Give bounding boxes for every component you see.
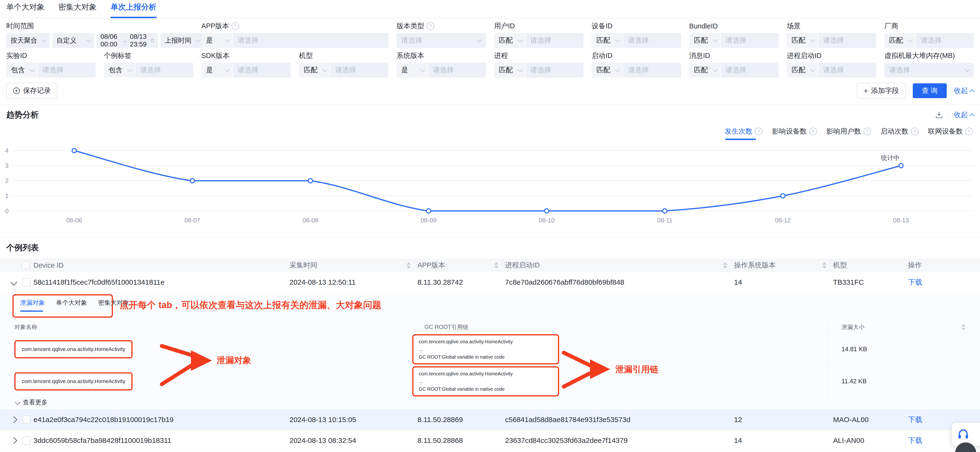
metric-tab[interactable]: 发生次数 ? xyxy=(725,127,762,140)
time-type-select[interactable]: 上报时间 xyxy=(160,33,204,48)
operator-select[interactable]: 是 xyxy=(202,63,232,78)
filter-input[interactable]: 请选择 xyxy=(233,63,291,78)
operator-select[interactable]: 包含 xyxy=(104,63,135,78)
column-header[interactable]: Device ID xyxy=(33,262,290,269)
help-icon[interactable]: ? xyxy=(426,22,434,30)
filter-input[interactable]: 请选择 xyxy=(428,63,486,78)
top-tab[interactable]: 单个大对象 xyxy=(6,2,45,18)
filter-input[interactable]: 请选择 xyxy=(135,63,193,78)
column-header[interactable]: APP版本 xyxy=(417,260,505,270)
help-icon[interactable]: ? xyxy=(232,22,239,30)
operator-select[interactable]: 匹配 xyxy=(787,33,818,48)
operator-select[interactable]: 匹配 xyxy=(494,33,525,48)
filter-input[interactable]: 请选择 xyxy=(233,33,388,48)
operator-select[interactable]: 是 xyxy=(202,33,232,48)
column-header[interactable]: 采集时间 xyxy=(290,260,417,270)
filter-label: BundleID xyxy=(689,22,779,30)
chart-annotation: 统计中 xyxy=(881,154,900,161)
time-agg-select[interactable]: 按天聚合 xyxy=(6,33,50,48)
filter-input[interactable]: 请选择 xyxy=(526,33,584,48)
operator-select[interactable]: 匹配 xyxy=(689,63,721,78)
sort-icon[interactable] xyxy=(723,262,727,268)
filter-select[interactable]: 请选择 xyxy=(396,33,486,48)
operator-select[interactable]: 匹配 xyxy=(689,33,721,48)
table-row[interactable]: 3ddc6059b58cfa7ba98428f1100019b18311 202… xyxy=(0,430,980,451)
filter-input[interactable]: 请选择 xyxy=(818,33,876,48)
operator-select[interactable]: 包含 xyxy=(6,63,37,78)
collapse-trend-link[interactable]: 收起 xyxy=(954,110,974,120)
sort-icon[interactable] xyxy=(961,324,966,331)
filter-input[interactable]: 请选择 xyxy=(623,33,681,48)
operator-select[interactable]: 匹配 xyxy=(299,63,330,78)
chevron-down-icon xyxy=(713,37,718,42)
trend-line-chart[interactable]: 0123408-0608-0708-0808-0908-1008-1108-12… xyxy=(0,142,980,230)
annotation-box-gc-chain: com.tencent.qqlive.ona.activity.HomeActi… xyxy=(412,366,559,396)
metric-tab[interactable]: 启动次数 ? xyxy=(881,127,918,140)
table-row-expanded[interactable]: 58c11418f1f5cec7fc0df65f10001341811e 202… xyxy=(0,272,980,293)
time-mode-select[interactable]: 自定义 xyxy=(52,33,94,48)
row-checkbox[interactable] xyxy=(22,436,30,445)
app-version-cell: 8.11.50.28868 xyxy=(417,436,505,445)
filter-input[interactable]: 请选择 xyxy=(526,63,584,78)
help-icon[interactable]: ? xyxy=(965,128,973,135)
top-tab[interactable]: 单次上报分析 xyxy=(111,2,156,18)
help-icon[interactable]: ? xyxy=(911,128,918,135)
operator-select[interactable]: 匹配 xyxy=(787,63,818,78)
y-tick-label: 1 xyxy=(5,192,9,200)
row-checkbox[interactable] xyxy=(22,278,30,286)
help-icon[interactable]: ? xyxy=(864,128,871,135)
help-icon[interactable]: ? xyxy=(755,128,762,135)
select-all-checkbox[interactable] xyxy=(22,261,30,269)
column-header[interactable]: 操作系统版本 xyxy=(734,260,833,270)
collapse-filters-link[interactable]: 收起 xyxy=(954,86,974,96)
sort-icon[interactable] xyxy=(494,262,498,268)
sort-icon[interactable] xyxy=(407,262,411,268)
save-record-button[interactable]: 保存记录 xyxy=(6,83,57,99)
leak-size-header[interactable]: 泄漏大小 xyxy=(827,321,974,333)
plus-circle-icon xyxy=(13,87,20,94)
filter-input[interactable]: 请选择 xyxy=(331,63,388,78)
operator-select[interactable]: 是 xyxy=(396,63,428,78)
column-header[interactable]: 操作 xyxy=(908,260,980,270)
metric-tab[interactable]: 影响设备数 ? xyxy=(772,127,817,140)
filter-input[interactable]: 请选择 xyxy=(721,63,779,78)
download-icon[interactable] xyxy=(935,111,943,119)
filter-select[interactable]: 请选择 xyxy=(884,63,974,78)
x-tick-label: 08-13 xyxy=(893,217,909,224)
query-button[interactable]: 查 询 xyxy=(913,83,947,98)
operator-select[interactable]: 匹配 xyxy=(592,33,623,48)
row-checkbox[interactable] xyxy=(22,415,30,424)
operator-select[interactable]: 匹配 xyxy=(592,63,623,78)
metric-tab[interactable]: 影响用户数 ? xyxy=(826,127,871,140)
top-tab[interactable]: 密集大对象 xyxy=(58,2,97,18)
filter-input[interactable]: 请选择 xyxy=(721,33,779,48)
collapse-row-icon[interactable] xyxy=(11,279,17,286)
data-point xyxy=(781,194,785,198)
filter-field: 进程 匹配 请选择 xyxy=(494,52,584,78)
view-more-link[interactable]: 查看更多 xyxy=(16,398,48,407)
add-field-button[interactable]: + 添加字段 xyxy=(857,83,905,99)
table-row[interactable]: e41a2e0f3ca794c22c018b19100019c17b19 202… xyxy=(0,409,980,430)
table-row[interactable]: 61eba2a85dbb6f4716ee0873100015b18208 202… xyxy=(0,451,980,452)
date-range-picker[interactable]: 08/06 00:00 → 08/13 23:59 xyxy=(97,33,158,48)
filter-input[interactable]: 请选择 xyxy=(916,33,974,48)
filter-input[interactable]: 请选择 xyxy=(623,63,681,78)
sort-icon[interactable] xyxy=(822,262,826,268)
expand-row-icon[interactable] xyxy=(11,416,17,423)
operator-select[interactable]: 匹配 xyxy=(494,63,525,78)
filter-input[interactable]: 请选择 xyxy=(818,63,876,78)
filter-input[interactable]: 请选择 xyxy=(38,63,96,78)
device-id-cell: 3ddc6059b58cfa7ba98428f1100019b18311 xyxy=(33,436,290,445)
column-header[interactable]: 进程启动ID xyxy=(505,260,734,270)
filter-field: 虚拟机最大堆内存(MB) 请选择 xyxy=(884,52,974,78)
detail-tab[interactable]: 泄漏对象 xyxy=(20,299,45,312)
download-link[interactable]: 下载 xyxy=(908,278,980,287)
help-icon[interactable]: ? xyxy=(809,128,817,135)
expand-row-icon[interactable] xyxy=(11,437,17,444)
filter-field: 厂商 匹配 请选择 xyxy=(884,22,974,48)
filter-field: 机型 匹配 请选择 xyxy=(299,52,388,78)
operator-select[interactable]: 匹配 xyxy=(884,33,915,48)
column-header[interactable]: 机型 xyxy=(833,260,908,270)
detail-tab[interactable]: 单个大对象 xyxy=(56,299,87,312)
metric-tab[interactable]: 联网设备数 ? xyxy=(928,127,973,140)
